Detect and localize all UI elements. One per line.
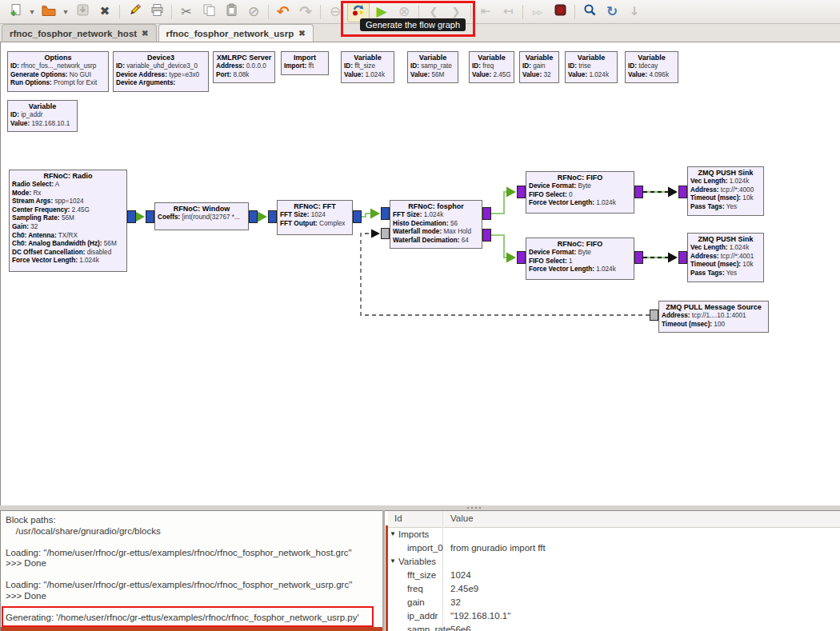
open-folder-dropdown-icon: ▾	[63, 8, 67, 16]
prev-block-button[interactable]: ↤	[498, 2, 518, 22]
block-param: ID: freq	[472, 62, 511, 71]
first-block-button[interactable]: ⇤	[475, 2, 496, 22]
port-out-rfnoc-radio[interactable]	[127, 210, 136, 223]
reload-button[interactable]: ↻	[602, 2, 622, 22]
block-zmq-push-sink-0[interactable]: ZMQ PUSH SinkVec Length: 1.024kAddress: …	[687, 166, 764, 216]
block-rfnoc-window[interactable]: RFNoC: WindowCoeffs: [int(round(32767 *.…	[154, 202, 249, 230]
variables-row-Variables[interactable]: ▼Variables	[388, 555, 840, 569]
redo-button[interactable]: ↷	[295, 2, 316, 22]
block-rfnoc-fosphor[interactable]: RFNoC: fosphorFFT Size: 1.024kHisto Deci…	[390, 200, 482, 249]
port-out-rfnoc-fosphor[interactable]	[482, 229, 491, 242]
block-param: Run Options: Prompt for Exit	[10, 79, 106, 88]
new-file-button[interactable]	[5, 2, 26, 22]
cut-button[interactable]: ✂	[176, 2, 197, 22]
port-in-rfnoc-fifo-0[interactable]	[517, 186, 526, 198]
close-button[interactable]: ✖	[94, 2, 115, 22]
variables-row-fft_size[interactable]: fft_size1024	[388, 569, 840, 582]
fast-forward-button[interactable]: ▹▹	[527, 2, 548, 22]
print-button[interactable]	[146, 2, 167, 22]
save-button[interactable]	[72, 2, 93, 22]
block-param: Ch0: Analog Bandwidth (Hz): 56M	[12, 240, 124, 249]
find-button[interactable]	[579, 2, 600, 22]
new-file-dropdown-button[interactable]: ▾	[27, 2, 37, 22]
port-out-rfnoc-fifo-1[interactable]	[634, 251, 643, 264]
errors-button[interactable]: ⊖	[325, 2, 346, 22]
open-folder-dropdown-button[interactable]: ▾	[61, 2, 70, 22]
undo-button[interactable]: ↶	[273, 2, 294, 22]
record-stop-button[interactable]	[550, 2, 570, 22]
block-import[interactable]: ImportImport: fft	[281, 51, 329, 75]
block-rfnoc-fifo-0[interactable]: RFNoC: FIFODevice Format: ByteFIFO Selec…	[526, 171, 634, 214]
variables-vertical-scrollbar[interactable]	[386, 525, 388, 631]
port-out-rfnoc-window[interactable]	[249, 210, 258, 223]
collapse-triangle-icon[interactable]: ▼	[390, 530, 396, 537]
block-title: Variable	[10, 102, 74, 111]
port-in-rfnoc-fft[interactable]	[268, 210, 277, 223]
prev-page-icon: ❮	[430, 6, 438, 17]
block-rfnoc-radio[interactable]: RFNoC: RadioRadio Select: AMode: RxStrea…	[9, 170, 127, 272]
port-in-rfnoc-fifo-1[interactable]	[517, 251, 526, 264]
group-label: Variables	[398, 557, 436, 566]
block-param: Waterfall Decimation: 64	[393, 237, 479, 246]
block-variable-gain[interactable]: VariableID: gainValue: 32	[519, 51, 559, 83]
edit-button[interactable]	[124, 2, 145, 22]
block-options[interactable]: OptionsID: rfnoc_fos..._network_usrpGene…	[7, 51, 109, 92]
block-param: FFT Output: Complex	[280, 220, 350, 229]
port-in-zmq-push-sink-0[interactable]	[678, 186, 687, 198]
column-header-id: Id	[394, 513, 402, 523]
block-variable-ip-addr[interactable]: VariableID: ip_addrValue: 192.168.10.1	[7, 100, 78, 132]
tab-label: rfnoc_fosphor_network_host	[10, 29, 137, 38]
tab-close-icon[interactable]: ✖	[142, 29, 148, 38]
block-param: Coeffs: [int(round(32767 *...	[158, 214, 246, 222]
port-out-rfnoc-fifo-0[interactable]	[634, 186, 643, 198]
variables-row-import_0[interactable]: import_0from gnuradio import fft	[388, 541, 840, 555]
block-title: RFNoC: Window	[158, 205, 246, 214]
flowgraph-canvas[interactable]: OptionsID: rfnoc_fos..._network_usrpGene…	[0, 42, 840, 505]
block-zmq-push-sink-1[interactable]: ZMQ PUSH SinkVec Length: 1.024kAddress: …	[687, 233, 764, 282]
port-out-rfnoc-fft[interactable]	[353, 210, 362, 223]
block-xmlrpc-server[interactable]: XMLRPC ServerAddress: 0.0.0.0Port: 8.08k	[213, 51, 275, 83]
variables-row-Imports[interactable]: ▼Imports	[388, 528, 840, 541]
copy-button[interactable]	[198, 2, 219, 22]
paste-button[interactable]	[221, 2, 242, 22]
variables-row-freq[interactable]: freq2.45e9	[388, 582, 840, 596]
block-variable-fft-size[interactable]: VariableID: fft_sizeValue: 1.024k	[341, 51, 394, 83]
variable-value: from gnuradio import fft	[450, 543, 546, 553]
block-rfnoc-fifo-1[interactable]: RFNoC: FIFODevice Format: ByteFIFO Selec…	[526, 238, 634, 280]
block-zmq-pull-message-source[interactable]: ZMQ PULL Message SourceAddress: tcp://1.…	[658, 301, 769, 333]
block-device3[interactable]: Device3ID: variable_uhd_device3_0Device …	[113, 51, 209, 92]
open-folder-button[interactable]	[38, 2, 59, 22]
block-rfnoc-fft[interactable]: RFNoC: FFTFFT Size: 1024FFT Output: Comp…	[277, 200, 353, 235]
variables-row-ip_addr[interactable]: ip_addr"192.168.10.1"	[388, 609, 840, 623]
copy-icon	[202, 3, 216, 20]
next-page-icon: ❯	[452, 6, 461, 17]
variables-row-gain[interactable]: gain32	[388, 596, 840, 609]
block-param: Timeout (msec): 10k	[690, 261, 761, 270]
block-title: RFNoC: fosphor	[393, 202, 479, 211]
console-horizontal-scrollbar[interactable]	[1, 627, 382, 631]
tab-rfnoc_fosphor_network_usrp[interactable]: rfnoc_fosphor_network_usrp✖	[158, 24, 314, 42]
no-entry-button[interactable]: ⊘	[243, 2, 264, 22]
block-variable-samp-rate[interactable]: VariableID: samp_rateValue: 56M	[407, 51, 458, 83]
port-out-rfnoc-fosphor[interactable]	[482, 207, 491, 220]
collapse-triangle-icon[interactable]: ▼	[390, 557, 396, 565]
save-screen-button[interactable]: ↓	[624, 2, 645, 22]
block-param: Radio Select: A	[12, 181, 124, 190]
port-in-zmq-push-sink-1[interactable]	[678, 251, 687, 264]
block-variable-freq[interactable]: VariableID: freqValue: 2.45G	[469, 51, 514, 83]
block-param: Value: 4.096k	[628, 71, 675, 80]
port-out-zmq-pull-message-source[interactable]	[650, 310, 658, 321]
port-in-rfnoc-fosphor[interactable]	[381, 207, 390, 220]
block-param: Timeout (msec): 100	[662, 321, 766, 329]
variables-row-samp_rate[interactable]: samp_rate56e6	[388, 623, 840, 631]
tab-rfnoc_fosphor_network_host[interactable]: rfnoc_fosphor_network_host✖	[2, 24, 157, 42]
block-param: Waterfall mode: Max Hold	[393, 228, 479, 237]
block-param: Address: tcp://1....10.1:4001	[662, 312, 766, 321]
tab-close-icon[interactable]: ✖	[298, 29, 305, 38]
block-param: Force Vector Length: 1.024k	[529, 266, 631, 274]
block-variable-tdecay[interactable]: VariableID: tdecayValue: 4.096k	[625, 51, 678, 83]
port-in-rfnoc-fosphor[interactable]	[381, 228, 390, 239]
block-variable-trise[interactable]: VariableID: triseValue: 1.024k	[565, 51, 618, 83]
port-in-rfnoc-window[interactable]	[146, 210, 154, 223]
variable-id: freq	[407, 584, 423, 593]
